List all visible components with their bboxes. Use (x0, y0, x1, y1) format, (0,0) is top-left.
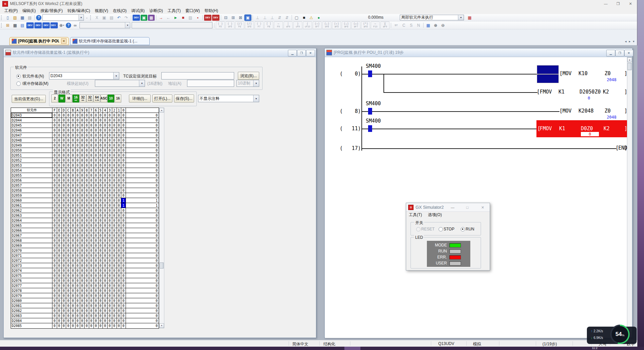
bit-cell[interactable]: 0 (71, 218, 75, 223)
bit-cell[interactable]: 0 (85, 203, 89, 208)
bit-cell[interactable]: 0 (85, 178, 89, 183)
bit-cell[interactable]: 0 (89, 203, 94, 208)
bit-cell[interactable]: 0 (52, 233, 57, 238)
bit-cell[interactable]: 0 (103, 283, 108, 288)
bit-cell[interactable]: 0 (99, 308, 103, 313)
bit-cell[interactable]: 0 (103, 278, 108, 283)
bit-cell[interactable]: 0 (52, 123, 57, 128)
module-config-icon[interactable]: ▦ (12, 22, 18, 28)
bit-cell[interactable]: 0 (62, 153, 66, 158)
bit-cell[interactable]: 0 (66, 138, 71, 143)
bit-cell[interactable]: 0 (108, 243, 112, 248)
bit-cell[interactable]: 0 (52, 323, 57, 328)
bit-cell[interactable]: 0 (62, 138, 66, 143)
table-row[interactable]: D208000000000000000000 (11, 298, 159, 303)
bit-cell[interactable]: 0 (99, 138, 103, 143)
bit-cell[interactable]: 0 (62, 198, 66, 203)
toolbar-options-button[interactable]: ⌄ (85, 15, 89, 21)
bit-cell[interactable]: 0 (89, 313, 94, 318)
bit-cell[interactable]: 0 (117, 158, 122, 163)
chevron-down-icon[interactable]: ▼ (78, 15, 84, 20)
bit-cell[interactable]: 0 (121, 173, 126, 178)
bit-cell[interactable]: 0 (108, 308, 112, 313)
find-binoculars-icon[interactable]: ∞ (72, 22, 78, 28)
device-value-cell[interactable]: 0 (126, 168, 159, 173)
bit-cell[interactable]: 0 (85, 288, 89, 293)
bit-cell[interactable]: 0 (121, 288, 126, 293)
bit-cell[interactable]: 0 (112, 193, 117, 198)
ladder-scrollbar[interactable]: ▲ ▼ (627, 57, 632, 338)
bit-cell[interactable]: 0 (89, 188, 94, 193)
bit-cell[interactable]: 0 (99, 258, 103, 263)
bit-cell[interactable]: 0 (75, 218, 80, 223)
bit-cell[interactable]: 0 (62, 148, 66, 153)
device-name-cell[interactable]: D2053 (11, 163, 52, 168)
bit-cell[interactable]: 0 (71, 243, 75, 248)
sim-warning-icon[interactable]: ⚠ (308, 15, 315, 21)
comment-display-combo[interactable]: 不显示注释 ▼ (198, 95, 259, 102)
device-value-cell[interactable]: 0 (126, 303, 159, 308)
bit-cell[interactable]: 0 (108, 213, 112, 218)
bit-cell[interactable]: 0 (117, 173, 122, 178)
bit-cell[interactable]: 0 (52, 228, 57, 233)
device-value-cell[interactable]: 0 (126, 248, 159, 253)
bit-cell[interactable]: 0 (52, 173, 57, 178)
bit-cell[interactable]: 0 (57, 133, 62, 138)
ladder-button-F7[interactable]: ( )F7 (255, 21, 264, 29)
bit-cell[interactable]: 0 (99, 123, 103, 128)
bit-cell[interactable]: 0 (66, 198, 71, 203)
table-row[interactable]: D207300000000000000000 (11, 263, 159, 268)
table-row[interactable]: D206900000000000000000 (11, 243, 159, 248)
device-name-cell[interactable]: D2079 (11, 293, 52, 298)
ladder-write-mode-icon[interactable]: ⊞ (230, 15, 236, 21)
bit-cell[interactable]: 0 (108, 123, 112, 128)
bit-cell[interactable]: 0 (112, 228, 117, 233)
bit-cell[interactable]: 0 (85, 188, 89, 193)
ladder-button-sF6[interactable]: ┤/├sF6 (245, 21, 254, 29)
table-row[interactable]: D205300000000000000000 (11, 163, 159, 168)
usage-gauge[interactable]: 54 % (610, 325, 630, 344)
bit-cell[interactable]: 0 (52, 133, 57, 138)
bit-cell[interactable]: 0 (117, 298, 122, 303)
bit-cell[interactable]: 0 (112, 118, 117, 123)
device-value-cell[interactable]: 0 (126, 158, 159, 163)
bit-cell[interactable]: 0 (75, 158, 80, 163)
bit-cell[interactable]: 0 (52, 293, 57, 298)
bit-cell[interactable]: 0 (66, 243, 71, 248)
bit-cell[interactable]: 0 (103, 308, 108, 313)
bit-cell[interactable]: 0 (80, 233, 85, 238)
bit-cell[interactable]: 0 (62, 123, 66, 128)
bit-cell[interactable]: 0 (108, 283, 112, 288)
menu-item[interactable]: 转换/编译(C) (65, 7, 93, 14)
bit-cell[interactable]: 0 (89, 278, 94, 283)
ladder-button-aF9[interactable]: ╳aF9 (380, 21, 389, 29)
table-row[interactable]: D208500000000000000000 (11, 323, 159, 328)
table-row[interactable]: D206500000000000000000 (11, 223, 159, 228)
bit-cell[interactable]: 0 (66, 128, 71, 133)
bit-cell[interactable]: 0 (121, 148, 126, 153)
bit-cell[interactable]: 0 (71, 268, 75, 273)
format-button-M[interactable]: M (65, 95, 72, 103)
bit-cell[interactable]: 0 (80, 178, 85, 183)
bit-cell[interactable]: 0 (103, 268, 108, 273)
bit-cell[interactable]: 0 (57, 313, 62, 318)
table-row[interactable]: D206100000000000000011 (11, 203, 159, 208)
menu-item[interactable]: 视图(V) (93, 7, 111, 14)
bit-cell[interactable]: 0 (80, 318, 85, 323)
bit-cell[interactable]: 0 (117, 123, 122, 128)
energized-contact[interactable] (368, 70, 372, 77)
bit-cell[interactable]: 0 (80, 293, 85, 298)
bit-cell[interactable]: 0 (62, 288, 66, 293)
bit-cell[interactable]: 0 (80, 258, 85, 263)
format-button-32-1.23[interactable]: 321.23 (87, 95, 93, 103)
bit-cell[interactable]: 0 (112, 263, 117, 268)
bit-cell[interactable]: 0 (99, 163, 103, 168)
bit-cell[interactable]: 0 (99, 283, 103, 288)
device-value-cell[interactable]: 0 (126, 298, 159, 303)
bit-cell[interactable]: 0 (75, 313, 80, 318)
ladder-button-aF7[interactable]: ┤=├aF7 (351, 21, 360, 29)
scroll-up-icon[interactable]: ▲ (627, 57, 632, 62)
bit-cell[interactable]: 0 (99, 153, 103, 158)
bit-cell[interactable]: 0 (89, 113, 94, 118)
bit-cell[interactable]: 0 (71, 223, 75, 228)
